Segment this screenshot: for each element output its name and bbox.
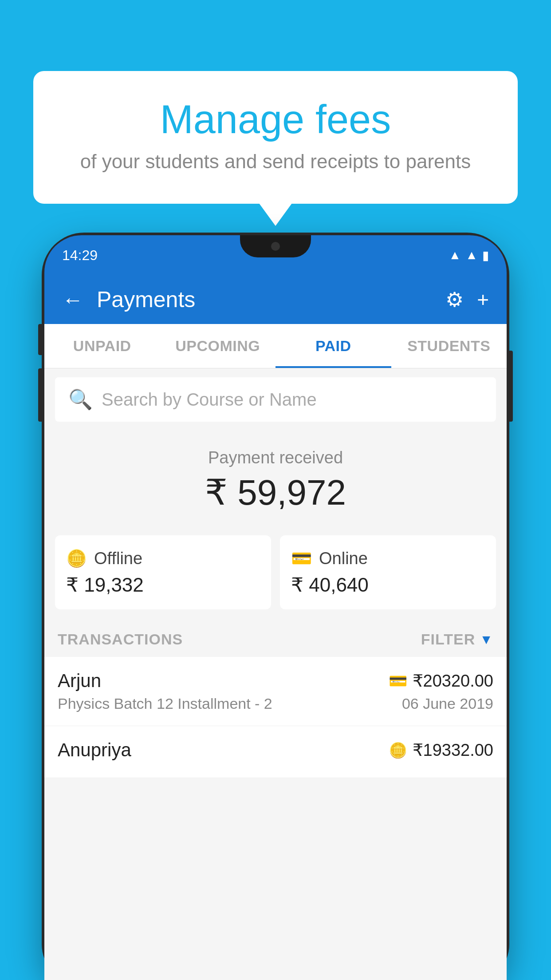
back-button[interactable]: ← [62, 288, 83, 312]
phone-frame: 14:29 ▲ ▲ ▮ ← Payments ⚙ + UNPAID [44, 235, 507, 980]
settings-icon[interactable]: ⚙ [445, 288, 464, 312]
status-icons: ▲ ▲ ▮ [449, 248, 489, 263]
transaction-name: Arjun [58, 670, 101, 692]
tab-students[interactable]: STUDENTS [391, 324, 507, 368]
online-amount: ₹ 40,640 [291, 573, 485, 596]
offline-icon: 🪙 [66, 549, 87, 568]
offline-card: 🪙 Offline ₹ 19,332 [55, 535, 271, 609]
page-title: Payments [97, 287, 432, 312]
tab-paid[interactable]: PAID [276, 324, 391, 368]
speech-bubble: Manage fees of your students and send re… [33, 71, 518, 204]
battery-icon: ▮ [482, 248, 489, 263]
filter-label: FILTER [421, 631, 475, 648]
transaction-row[interactable]: Anupriya 🪙 ₹19332.00 [44, 726, 507, 778]
transaction-course: Physics Batch 12 Installment - 2 [58, 695, 272, 712]
header-icons: ⚙ + [445, 288, 489, 312]
offline-card-header: 🪙 Offline [66, 549, 260, 568]
add-icon[interactable]: + [477, 288, 489, 312]
bubble-subtitle: of your students and send receipts to pa… [69, 150, 482, 173]
payment-total-amount: ₹ 59,972 [55, 472, 496, 513]
filter-button[interactable]: FILTER ▼ [421, 631, 493, 648]
transaction-name: Anupriya [58, 739, 131, 761]
transaction-amount: ₹19332.00 [413, 740, 494, 760]
online-card-header: 💳 Online [291, 549, 485, 568]
phone-side-button-power [509, 351, 513, 422]
transaction-top: Arjun 💳 ₹20320.00 [58, 670, 493, 692]
tab-unpaid[interactable]: UNPAID [44, 324, 160, 368]
phone-side-button-vol-down [38, 368, 42, 422]
status-bar: 14:29 ▲ ▲ ▮ [44, 235, 507, 275]
search-bar[interactable]: 🔍 Search by Course or Name [55, 377, 496, 422]
status-time: 14:29 [62, 247, 98, 264]
wifi-icon: ▲ [449, 248, 461, 262]
phone-side-button-vol-up [38, 324, 42, 355]
payment-type-icon: 💳 [389, 672, 407, 690]
transaction-amount-wrap: 💳 ₹20320.00 [389, 671, 494, 691]
signal-icon: ▲ [465, 248, 478, 262]
app-header: ← Payments ⚙ + [44, 275, 507, 324]
content-area: 🔍 Search by Course or Name Payment recei… [44, 368, 507, 980]
transaction-amount-wrap: 🪙 ₹19332.00 [389, 740, 494, 760]
transactions-label: TRANSACTIONS [58, 631, 183, 648]
tabs-bar: UNPAID UPCOMING PAID STUDENTS [44, 324, 507, 368]
online-icon: 💳 [291, 549, 312, 568]
online-card: 💳 Online ₹ 40,640 [280, 535, 496, 609]
phone-wrapper: 14:29 ▲ ▲ ▮ ← Payments ⚙ + UNPAID [44, 235, 507, 980]
filter-icon: ▼ [480, 632, 493, 647]
payment-summary: Payment received ₹ 59,972 [44, 431, 507, 526]
offline-label: Offline [94, 549, 142, 568]
payment-cards: 🪙 Offline ₹ 19,332 💳 Online ₹ 40,640 [55, 535, 496, 609]
notch [240, 235, 311, 257]
transaction-bottom: Physics Batch 12 Installment - 2 06 June… [58, 695, 493, 712]
online-label: Online [319, 549, 368, 568]
payment-received-label: Payment received [55, 448, 496, 467]
payment-type-icon: 🪙 [389, 741, 407, 759]
tab-upcoming[interactable]: UPCOMING [160, 324, 276, 368]
transaction-top: Anupriya 🪙 ₹19332.00 [58, 739, 493, 761]
transaction-date: 06 June 2019 [402, 695, 493, 712]
transactions-header: TRANSACTIONS FILTER ▼ [44, 618, 507, 657]
speech-bubble-wrapper: Manage fees of your students and send re… [33, 71, 518, 204]
bubble-title: Manage fees [69, 98, 482, 142]
offline-amount: ₹ 19,332 [66, 573, 260, 596]
camera [271, 242, 280, 251]
search-icon: 🔍 [68, 388, 93, 411]
search-input[interactable]: Search by Course or Name [102, 390, 317, 410]
transaction-row[interactable]: Arjun 💳 ₹20320.00 Physics Batch 12 Insta… [44, 657, 507, 726]
transaction-amount: ₹20320.00 [413, 671, 494, 691]
